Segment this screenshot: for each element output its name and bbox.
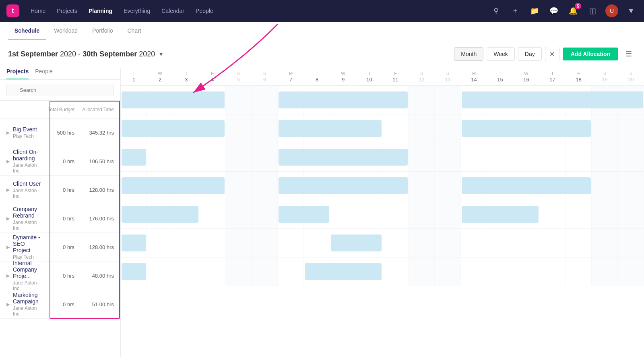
calendar-allocation-block[interactable]	[122, 177, 225, 194]
calendar-allocation-block[interactable]	[122, 206, 198, 223]
cal-day-header: F 4	[199, 68, 225, 86]
cal-cell	[487, 229, 513, 257]
day-number: 15	[497, 77, 503, 83]
tab-schedule[interactable]: Schedule	[8, 22, 46, 40]
grid-icon[interactable]: ◫	[586, 4, 599, 17]
nav-everything[interactable]: Everything	[119, 5, 155, 17]
collapse-icon[interactable]: ✕	[545, 47, 559, 61]
cal-cell	[409, 143, 435, 171]
nav-projects[interactable]: Projects	[52, 5, 82, 17]
calendar-allocation-block[interactable]	[462, 206, 539, 223]
calendar-allocation-block[interactable]	[279, 177, 408, 194]
row-expand-icon: ▶	[6, 273, 10, 278]
calendar-allocation-block[interactable]	[122, 91, 225, 108]
calendar-allocation-block[interactable]	[331, 235, 382, 251]
calendar-allocation-block[interactable]	[122, 263, 146, 280]
nav-home[interactable]: Home	[26, 5, 50, 17]
project-name: Internal Company Proje...	[13, 260, 41, 279]
notification-icon[interactable]: 🔔	[567, 4, 580, 17]
project-client: Jane Aston Inc.	[13, 162, 41, 174]
folder-icon[interactable]: 📁	[528, 4, 541, 17]
tab-chart[interactable]: Chart	[121, 22, 148, 40]
tab-projects[interactable]: Projects	[6, 68, 29, 79]
project-row[interactable]: ▶ Client On-boarding Jane Aston Inc. 0 h…	[0, 147, 120, 176]
calendar-allocation-block[interactable]	[279, 120, 382, 137]
cal-cell	[618, 229, 644, 257]
date-range-selector[interactable]: 1st September 2020 - 30th September 2020…	[8, 50, 164, 58]
add-allocation-button[interactable]: Add Allocation	[563, 48, 618, 60]
search-area: 🔍	[0, 80, 120, 101]
tab-people[interactable]: People	[35, 68, 53, 79]
calendar-allocation-block[interactable]	[122, 149, 146, 166]
day-number: 8	[316, 77, 318, 83]
add-icon[interactable]: +	[509, 4, 522, 17]
calendar-allocation-block[interactable]	[279, 206, 329, 223]
view-day-button[interactable]: Day	[518, 47, 542, 61]
left-panel: Projects People 🔍 Total Budget Allocated…	[0, 68, 121, 357]
cal-cell	[539, 257, 566, 286]
calendar-allocation-block[interactable]	[462, 120, 591, 137]
chat-icon[interactable]: 💬	[547, 4, 560, 17]
calendar-allocation-block[interactable]	[462, 91, 643, 108]
calendar-allocation-block[interactable]	[279, 149, 408, 166]
cal-day-header: W 9	[330, 68, 356, 86]
day-number: 7	[289, 77, 292, 83]
cal-cell	[409, 86, 435, 114]
view-month-button[interactable]: Month	[454, 47, 483, 61]
day-number: 9	[342, 77, 345, 83]
project-budget: 0 hrs	[44, 301, 74, 307]
calendar-allocation-block[interactable]	[305, 263, 382, 280]
search-input[interactable]	[6, 84, 114, 96]
project-row[interactable]: ▶ Marketing Campaign Jane Aston Inc. 0 h…	[0, 290, 120, 319]
cal-cell	[330, 200, 356, 228]
project-row[interactable]: ▶ Big Event Play Tech 500 hrs 345.32 hrs	[0, 118, 120, 147]
day-letter: S	[619, 71, 642, 76]
cal-project-row	[121, 114, 644, 143]
tab-portfolio[interactable]: Portfolio	[86, 22, 119, 40]
nav-people[interactable]: People	[191, 5, 218, 17]
project-row[interactable]: ▶ Dynamite - SEO Project Play Tech 0 hrs…	[0, 233, 120, 262]
project-budget: 0 hrs	[44, 158, 74, 164]
project-client: Jane Aston Inc.	[13, 188, 41, 199]
budget-header: Total Budget Allocated Time	[0, 101, 120, 118]
nav-planning[interactable]: Planning	[84, 5, 117, 17]
project-row[interactable]: ▶ Company Rebrand Jane Aston Inc. 0 hrs …	[0, 204, 120, 233]
calendar-allocation-block[interactable]	[279, 91, 408, 108]
project-name: Dynamite - SEO Project	[13, 234, 41, 253]
cal-day-header: W 16	[513, 68, 539, 86]
cal-day-header: S 20	[618, 68, 644, 86]
project-row[interactable]: ▶ Internal Company Proje... Jane Aston I…	[0, 262, 120, 290]
schedule-area: Projects People 🔍 Total Budget Allocated…	[0, 68, 644, 357]
cal-cell	[513, 257, 539, 286]
cal-day-header: T 8	[304, 68, 330, 86]
calendar-allocation-block[interactable]	[462, 177, 591, 194]
toolbar-right: Month Week Day ✕ Add Allocation ☰	[454, 47, 636, 61]
day-number: 4	[211, 77, 214, 83]
view-week-button[interactable]: Week	[487, 47, 515, 61]
search-icon[interactable]: ⚲	[489, 4, 502, 17]
project-info: Big Event Play Tech	[13, 126, 41, 139]
project-budget: 500 hrs	[44, 130, 74, 136]
filter-icon[interactable]: ☰	[621, 47, 636, 61]
content-area: 1st September 2020 - 30th September 2020…	[0, 40, 644, 357]
user-avatar[interactable]: U	[605, 4, 618, 17]
calendar-allocation-block[interactable]	[122, 235, 146, 251]
cal-cell	[356, 200, 382, 228]
cal-day-header: S 12	[409, 68, 435, 86]
cal-cell	[461, 229, 487, 257]
cal-cell	[618, 257, 644, 286]
account-chevron-icon[interactable]: ▼	[625, 4, 638, 17]
cal-project-row	[121, 257, 644, 286]
cal-day-header: M 14	[461, 68, 487, 86]
calendar-allocation-block[interactable]	[122, 120, 225, 137]
cal-day-header: S 19	[592, 68, 618, 86]
cal-cell	[435, 229, 461, 257]
cal-cell	[618, 172, 644, 200]
nav-calendar[interactable]: Calendar	[157, 5, 189, 17]
project-row[interactable]: ▶ Client User Jane Aston Inc. 0 hrs 128.…	[0, 176, 120, 204]
cal-cell	[199, 229, 225, 257]
cal-cell	[435, 114, 461, 143]
tab-workload[interactable]: Workload	[47, 22, 84, 40]
cal-cell	[252, 172, 278, 200]
day-letter: F	[384, 71, 407, 76]
